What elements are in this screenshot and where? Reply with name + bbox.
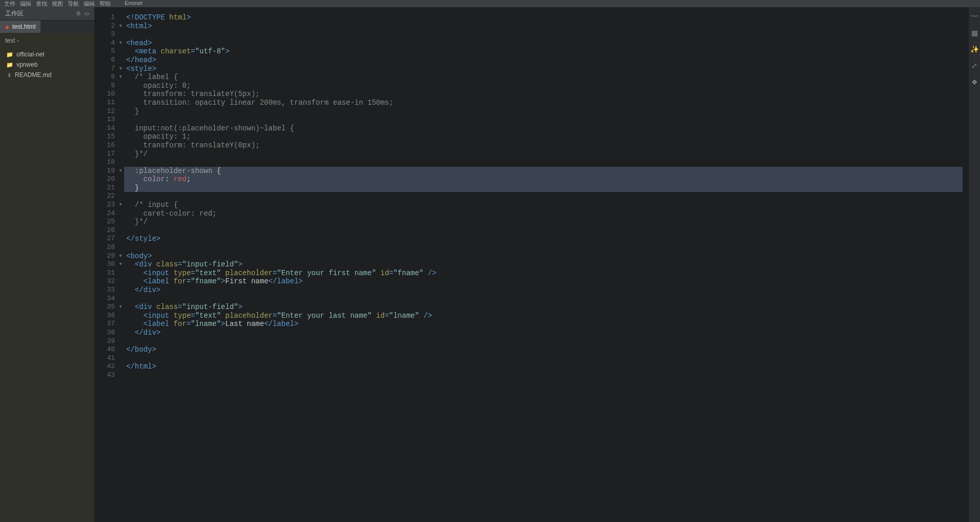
menu-item[interactable]: 编辑 — [20, 0, 31, 7]
rail-icon[interactable]: 〰 — [971, 12, 978, 21]
code-line[interactable]: } — [124, 184, 963, 192]
line-number[interactable]: 21 — [94, 184, 124, 192]
code-line[interactable]: :placeholder-shown { — [124, 167, 963, 176]
code-line[interactable]: <input type="text" placeholder="Enter yo… — [124, 312, 969, 320]
line-number[interactable]: 32 — [94, 277, 124, 286]
code-line[interactable]: <label for="lname">Last name</label> — [124, 320, 969, 328]
menu-item[interactable]: 视图 — [52, 0, 63, 7]
line-number[interactable]: 8▼ — [94, 73, 124, 82]
line-number[interactable]: 20 — [94, 175, 124, 184]
code-line[interactable]: input:not(:placeholder-shown)~label { — [124, 124, 969, 133]
code-line[interactable]: <input type="text" placeholder="Enter yo… — [124, 269, 969, 278]
line-number[interactable]: 29▼ — [94, 252, 124, 261]
file-tree-item[interactable]: 📁vpnweb — [0, 60, 94, 70]
line-number[interactable]: 39 — [94, 337, 124, 346]
code-line[interactable] — [124, 158, 969, 167]
code-line[interactable]: <!DOCTYPE html> — [124, 13, 969, 22]
menu-item[interactable]: 导航 — [68, 0, 79, 7]
line-number[interactable]: 5 — [94, 47, 124, 56]
rail-icon[interactable]: ▦ — [971, 29, 978, 37]
code-line[interactable] — [124, 30, 969, 39]
code-line[interactable]: opacity: 0; — [124, 82, 969, 90]
code-line[interactable] — [124, 354, 969, 363]
code-line[interactable]: </div> — [124, 286, 969, 295]
line-number[interactable]: 9 — [94, 82, 124, 90]
line-number[interactable]: 15 — [94, 132, 124, 141]
menu-item[interactable]: 编辑 — [84, 0, 95, 7]
fold-icon[interactable]: ▼ — [119, 73, 122, 82]
code-line[interactable]: <meta charset="utf-8"> — [124, 47, 969, 56]
line-number[interactable]: 3 — [94, 30, 124, 39]
line-number[interactable]: 10 — [94, 90, 124, 99]
line-gutter[interactable]: 12▼34▼567▼8▼910111213141516171819▼202122… — [94, 7, 124, 522]
code-line[interactable]: <html> — [124, 22, 969, 31]
menu-item[interactable]: 帮助 — [99, 0, 111, 7]
line-number[interactable]: 13 — [94, 115, 124, 124]
line-number[interactable]: 43 — [94, 371, 124, 380]
fold-icon[interactable]: ▼ — [119, 303, 122, 312]
code-line[interactable]: /* label { — [124, 73, 969, 82]
rail-icon[interactable]: ❖ — [971, 78, 978, 86]
menu-item[interactable]: 文件 — [4, 0, 15, 7]
line-number[interactable]: 31 — [94, 269, 124, 278]
code-line[interactable]: <div class="input-field"> — [124, 260, 969, 269]
fold-icon[interactable]: ▼ — [119, 201, 122, 209]
line-number[interactable]: 36 — [94, 312, 124, 320]
code-line[interactable]: </body> — [124, 345, 969, 354]
line-number[interactable]: 16 — [94, 141, 124, 150]
menu-item[interactable]: Emmet — [125, 0, 143, 6]
rail-icon[interactable]: ✨ — [970, 45, 979, 53]
code-editor[interactable]: 12▼34▼567▼8▼910111213141516171819▼202122… — [94, 7, 969, 522]
code-line[interactable]: } — [124, 107, 969, 116]
fold-icon[interactable]: ▼ — [119, 252, 122, 261]
code-line[interactable] — [124, 295, 969, 303]
menu-item[interactable]: 查找 — [36, 0, 47, 7]
project-crumb[interactable]: test - — [0, 33, 94, 48]
code-line[interactable]: }*/ — [124, 218, 969, 226]
code-line[interactable] — [124, 371, 969, 380]
line-number[interactable]: 34 — [94, 295, 124, 303]
line-number[interactable]: 30▼ — [94, 260, 124, 269]
line-number[interactable]: 1 — [94, 13, 124, 22]
code-area[interactable]: <!DOCTYPE html><html><head> <meta charse… — [124, 7, 969, 522]
fold-icon[interactable]: ▼ — [119, 39, 122, 48]
rail-icon[interactable]: ⤢ — [971, 62, 977, 70]
code-line[interactable]: <div class="input-field"> — [124, 303, 969, 312]
line-number[interactable]: 4▼ — [94, 39, 124, 48]
line-number[interactable]: 35▼ — [94, 303, 124, 312]
line-number[interactable]: 27 — [94, 235, 124, 243]
line-number[interactable]: 28 — [94, 243, 124, 252]
code-line[interactable]: </html> — [124, 362, 969, 371]
code-line[interactable] — [124, 192, 969, 201]
line-number[interactable]: 26 — [94, 226, 124, 235]
fold-icon[interactable]: ▼ — [119, 260, 122, 269]
code-line[interactable]: color: red; — [124, 175, 963, 184]
line-number[interactable]: 7▼ — [94, 65, 124, 73]
line-number[interactable]: 22 — [94, 192, 124, 201]
line-number[interactable]: 41 — [94, 354, 124, 363]
menu-bar[interactable]: 文件编辑查找视图导航编辑帮助Emmet — [0, 0, 980, 7]
code-line[interactable]: <style> — [124, 65, 969, 73]
split-icon[interactable]: ▭ — [84, 10, 89, 17]
code-line[interactable] — [124, 243, 969, 252]
line-number[interactable]: 37 — [94, 320, 124, 328]
line-number[interactable]: 24 — [94, 209, 124, 218]
code-line[interactable]: caret-color: red; — [124, 209, 969, 218]
code-line[interactable]: transform: translateY(5px); — [124, 90, 969, 99]
code-line[interactable]: /* input { — [124, 201, 969, 209]
fold-icon[interactable]: ▼ — [119, 22, 122, 31]
fold-icon[interactable]: ▼ — [119, 65, 122, 73]
line-number[interactable]: 19▼ — [94, 167, 124, 176]
code-line[interactable]: <head> — [124, 39, 969, 48]
line-number[interactable]: 33 — [94, 286, 124, 295]
code-line[interactable]: </head> — [124, 56, 969, 65]
tab-test-html[interactable]: ◆ test.html — [0, 21, 41, 33]
line-number[interactable]: 18 — [94, 158, 124, 167]
code-line[interactable]: transform: translateY(0px); — [124, 141, 969, 150]
code-line[interactable]: <body> — [124, 252, 969, 261]
line-number[interactable]: 38 — [94, 328, 124, 337]
code-line[interactable]: transition: opacity linear 200ms, transf… — [124, 99, 969, 107]
code-line[interactable]: opacity: 1; — [124, 132, 969, 141]
code-line[interactable]: <label for="fname">First name</label> — [124, 277, 969, 286]
code-line[interactable]: }*/ — [124, 150, 969, 159]
